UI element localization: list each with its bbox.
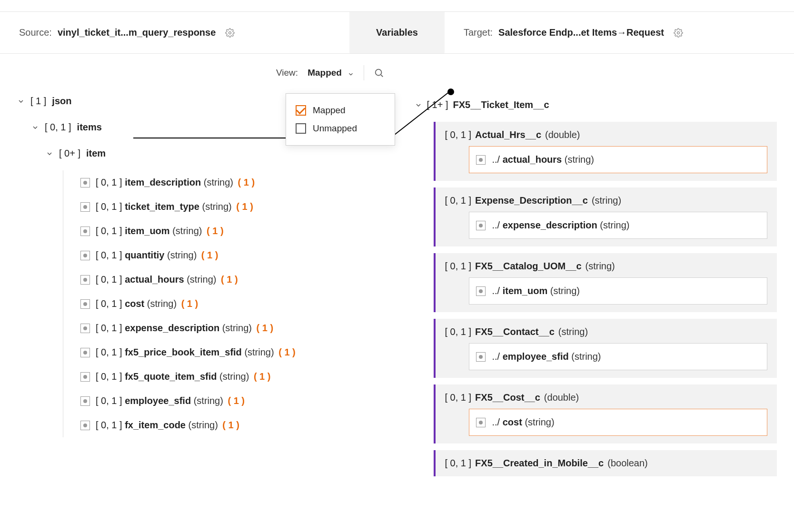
view-filter-dropdown[interactable]: Mapped Unmapped	[286, 93, 395, 146]
dropdown-option-mapped[interactable]: Mapped	[296, 101, 385, 119]
variables-tab[interactable]: Variables	[349, 12, 445, 53]
mapped-source-box[interactable]: ../ actual_hours (string)	[469, 146, 768, 173]
target-field-title: [ 0, 1 ] FX5__Contact__c (string)	[445, 326, 768, 343]
chevron-down-icon	[347, 69, 354, 76]
dropdown-option-unmapped[interactable]: Unmapped	[296, 119, 385, 138]
field-icon	[476, 155, 486, 165]
target-field[interactable]: [ 0, 1 ] FX5__Contact__c (string)../ emp…	[434, 319, 777, 378]
mapped-text: ../ employee_sfid (string)	[492, 351, 601, 362]
field-icon	[80, 299, 90, 309]
dropdown-option-label: Mapped	[313, 105, 346, 116]
field-icon	[80, 421, 90, 430]
mapped-source-box[interactable]: ../ employee_sfid (string)	[469, 343, 768, 370]
target-field-title: [ 0, 1 ] FX5__Cost__c (double)	[445, 392, 768, 409]
field-icon	[476, 418, 486, 427]
chevron-down-icon[interactable]	[31, 124, 39, 131]
separator	[364, 65, 364, 80]
leaf-text: [ 0, 1 ] item_description (string) ( 1 )	[96, 177, 255, 188]
variables-tab-label: Variables	[376, 27, 418, 38]
view-select[interactable]: Mapped	[308, 68, 354, 78]
chevron-down-icon[interactable]	[17, 98, 25, 105]
target-label: Target:	[464, 27, 493, 38]
target-name: Salesforce Endp...et Items→Request	[498, 27, 664, 38]
source-tree-panel: [ 1 ] json [ 0, 1 ] items [ 0+ ] item	[0, 82, 397, 529]
tree-leaf[interactable]: [ 0, 1 ] fx5_quote_item_sfid (string) ( …	[80, 365, 380, 389]
tree-node-target-root[interactable]: [ 1+ ] FX5__Ticket_Item__c	[415, 94, 777, 116]
cardinality: [ 1 ]	[30, 96, 46, 107]
field-icon	[476, 286, 486, 296]
leaf-text: [ 0, 1 ] item_uom (string) ( 1 )	[96, 226, 224, 236]
target-field-title: [ 0, 1 ] FX5__Catalog_UOM__c (string)	[445, 261, 768, 277]
node-name: FX5__Ticket_Item__c	[453, 99, 549, 110]
mapped-source-box[interactable]: ../ item_uom (string)	[469, 277, 768, 305]
field-icon	[80, 396, 90, 406]
field-icon	[476, 352, 486, 362]
view-toolbar: View: Mapped	[257, 54, 794, 82]
leaf-text: [ 0, 1 ] quantitiy (string) ( 1 )	[96, 250, 218, 261]
chevron-down-icon[interactable]	[415, 101, 422, 109]
target-field[interactable]: [ 0, 1 ] Expense_Description__c (string)…	[434, 187, 777, 246]
tree-leaf[interactable]: [ 0, 1 ] quantitiy (string) ( 1 )	[80, 243, 380, 267]
target-field[interactable]: [ 0, 1 ] FX5__Catalog_UOM__c (string)../…	[434, 253, 777, 312]
leaf-text: [ 0, 1 ] fx5_quote_item_sfid (string) ( …	[96, 371, 270, 382]
tree-leaf[interactable]: [ 0, 1 ] item_description (string) ( 1 )	[80, 170, 380, 195]
target-field[interactable]: [ 0, 1 ] Actual_Hrs__c (double)../ actua…	[434, 122, 777, 181]
gear-icon[interactable]	[225, 28, 235, 38]
leaf-text: [ 0, 1 ] cost (string) ( 1 )	[96, 298, 198, 309]
field-icon	[80, 348, 90, 357]
field-icon	[80, 275, 90, 285]
mapped-source-box[interactable]: ../ expense_description (string)	[469, 212, 768, 239]
target-field-title: [ 0, 1 ] Actual_Hrs__c (double)	[445, 129, 768, 146]
target-field-title: [ 0, 1 ] FX5__Created_in_Mobile__c (bool…	[445, 458, 768, 469]
field-icon	[80, 202, 90, 212]
cardinality: [ 0, 1 ]	[45, 122, 71, 133]
tree-leaf[interactable]: [ 0, 1 ] ticket_item_type (string) ( 1 )	[80, 195, 380, 219]
tree-leaf[interactable]: [ 0, 1 ] actual_hours (string) ( 1 )	[80, 267, 380, 292]
field-icon	[476, 221, 486, 230]
header-bar: Source: vinyl_ticket_it...m_query_respon…	[0, 12, 794, 54]
cardinality: [ 0+ ]	[59, 148, 80, 159]
mapped-text: ../ expense_description (string)	[492, 220, 630, 231]
svg-point-1	[677, 31, 679, 34]
mapped-text: ../ actual_hours (string)	[492, 154, 595, 165]
tree-node-item[interactable]: [ 0+ ] item	[46, 146, 380, 161]
search-icon[interactable]	[374, 68, 384, 78]
checkbox-icon[interactable]	[296, 123, 306, 134]
svg-point-2	[376, 69, 382, 76]
gear-icon[interactable]	[674, 28, 683, 38]
cardinality: [ 1+ ]	[427, 99, 448, 110]
view-label: View:	[276, 68, 298, 78]
svg-point-0	[229, 31, 231, 34]
field-icon	[80, 178, 90, 187]
tree-leaf[interactable]: [ 0, 1 ] expense_description (string) ( …	[80, 316, 380, 340]
checkbox-checked-icon[interactable]	[296, 105, 306, 116]
mapped-text: ../ cost (string)	[492, 417, 555, 428]
chevron-down-icon[interactable]	[46, 150, 53, 158]
tree-leaf[interactable]: [ 0, 1 ] cost (string) ( 1 )	[80, 292, 380, 316]
node-name: json	[52, 96, 71, 107]
leaf-text: [ 0, 1 ] ticket_item_type (string) ( 1 )	[96, 201, 253, 212]
source-label: Source:	[19, 27, 52, 38]
target-field-title: [ 0, 1 ] Expense_Description__c (string)	[445, 195, 768, 212]
view-select-value: Mapped	[308, 68, 342, 78]
node-name: items	[77, 122, 102, 133]
tree-leaf[interactable]: [ 0, 1 ] item_uom (string) ( 1 )	[80, 219, 380, 243]
target-tree-panel: [ 1+ ] FX5__Ticket_Item__c [ 0, 1 ] Actu…	[397, 82, 794, 529]
mapped-source-box[interactable]: ../ cost (string)	[469, 409, 768, 436]
field-icon	[80, 372, 90, 382]
field-icon	[80, 251, 90, 260]
tree-leaf[interactable]: [ 0, 1 ] fx5_price_book_item_sfid (strin…	[80, 340, 380, 365]
tree-leaf[interactable]: [ 0, 1 ] employee_sfid (string) ( 1 )	[80, 389, 380, 413]
leaf-text: [ 0, 1 ] fx_item_code (string) ( 1 )	[96, 420, 239, 431]
source-section: Source: vinyl_ticket_it...m_query_respon…	[0, 27, 349, 38]
mapped-text: ../ item_uom (string)	[492, 286, 580, 296]
field-icon	[80, 324, 90, 333]
node-name: item	[86, 148, 106, 159]
leaf-text: [ 0, 1 ] fx5_price_book_item_sfid (strin…	[96, 347, 296, 358]
target-field[interactable]: [ 0, 1 ] FX5__Created_in_Mobile__c (bool…	[434, 450, 777, 476]
dropdown-option-label: Unmapped	[313, 123, 357, 134]
target-field[interactable]: [ 0, 1 ] FX5__Cost__c (double)../ cost (…	[434, 384, 777, 443]
tree-leaf[interactable]: [ 0, 1 ] fx_item_code (string) ( 1 )	[80, 413, 380, 437]
leaf-text: [ 0, 1 ] employee_sfid (string) ( 1 )	[96, 395, 245, 406]
source-name: vinyl_ticket_it...m_query_response	[58, 27, 216, 38]
